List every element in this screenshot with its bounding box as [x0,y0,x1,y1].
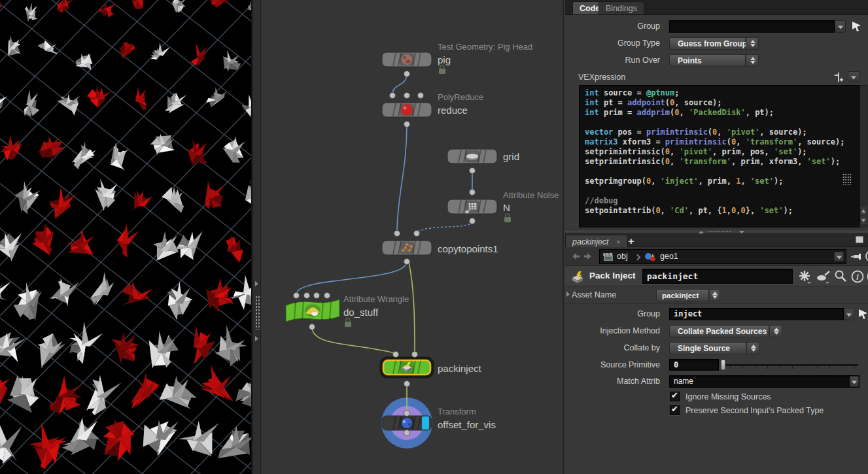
asset-name-select[interactable]: packinject [656,289,709,301]
node-connector[interactable] [314,293,320,299]
pi-group-dropdown-button[interactable] [844,308,854,320]
node-connector[interactable] [412,352,418,358]
tab-bindings[interactable]: Bindings [599,1,644,14]
search-icon[interactable] [833,269,848,284]
pin-icon[interactable] [851,250,864,263]
injection-method-select[interactable]: Collate Packed Sources [669,325,769,337]
collapse-arrow-icon[interactable] [566,292,570,297]
node-name[interactable]: offset_for_vis [438,419,496,430]
node-name[interactable]: packinject [438,363,482,374]
node-connector[interactable] [304,293,310,299]
match-attrib-dropdown-button[interactable] [850,376,859,387]
node-name[interactable]: N [503,202,510,213]
group-input[interactable] [669,20,835,33]
node-connector[interactable] [390,93,396,99]
node-name[interactable]: pig [438,54,451,65]
injection-method-label: Injection Method [565,325,660,337]
run-over-select[interactable]: Points [669,54,746,67]
splitter-grip[interactable] [255,296,260,330]
source-primitive-input[interactable]: 0 [669,359,719,371]
node-connector[interactable] [470,190,476,195]
node-connector[interactable] [294,293,300,299]
run-over-stepper[interactable] [746,54,759,67]
injection-method-row: Injection Method Collate Packed Sources [565,325,868,338]
lock-icon [504,214,511,222]
back-icon[interactable] [569,250,581,262]
editor-resize-grip[interactable] [842,173,852,185]
asset-name-stepper[interactable] [709,289,720,301]
node-wire [296,262,407,294]
ladle-icon[interactable] [816,269,830,284]
geo-icon [644,252,656,262]
editor-scrollbar[interactable] [859,85,867,228]
node-connector[interactable] [404,430,410,436]
add-tab-icon[interactable]: + [625,235,637,247]
node-name[interactable]: reduce [438,105,468,116]
vexpression-editor[interactable]: int source = @ptnum;int pt = addpoint(0,… [579,85,859,228]
group-type-select[interactable]: Guess from Group [669,37,746,50]
scene-viewport[interactable] [0,0,251,474]
node-do-stuff[interactable] [286,299,339,322]
splitter-arrow-icon[interactable] [255,336,258,341]
node-name[interactable]: copytopoints1 [438,243,498,254]
select-arrow-icon[interactable] [852,21,862,32]
node-connector[interactable] [393,352,399,358]
node-connector[interactable] [404,411,410,416]
sliders-toggle-icon[interactable] [833,71,845,83]
collate-by-select[interactable]: Single Source [669,342,746,354]
code-line [585,118,859,127]
node-connector[interactable] [324,293,330,299]
asset-name-label: Asset Name [572,289,616,301]
group-row: Group [565,20,868,33]
network-editor[interactable]: Test Geometry: Pig HeadpigPolyReduceredu… [261,0,563,474]
node-connector[interactable] [404,93,410,99]
scroll-up-icon[interactable] [861,207,867,215]
vertical-splitter[interactable] [251,0,261,474]
network-path-bar[interactable]: obj geo1 [599,249,846,264]
code-line: setprimgroup(0, 'inject', prim, 1, 'set'… [585,177,859,186]
match-attrib-label: Match Attrib [565,375,660,388]
select-arrow-icon[interactable] [858,309,868,320]
collate-by-row: Collate by Single Source [565,342,868,355]
tab-packinject[interactable]: packinject × [565,235,628,248]
node-connector[interactable] [404,71,410,77]
node-name[interactable]: do_stuff [343,307,379,318]
collate-by-stepper[interactable] [746,342,759,354]
breadcrumb-geo1[interactable]: geo1 [660,252,678,261]
group-type-stepper[interactable] [746,37,759,50]
source-primitive-slider-track[interactable] [723,364,858,366]
source-primitive-slider-handle[interactable] [721,360,725,370]
node-connector[interactable] [470,168,476,174]
node-wire [312,327,394,353]
radial-menu-icon[interactable] [865,250,868,263]
gear-icon[interactable] [797,269,812,284]
injection-method-stepper[interactable] [769,325,782,337]
group-dropdown-button[interactable] [835,20,846,33]
match-attrib-input[interactable]: name [669,375,859,388]
node-connector[interactable] [309,324,315,330]
node-connector[interactable] [404,122,410,127]
node-name[interactable]: grid [503,151,519,162]
pack-inject-node-icon [570,269,585,284]
close-tab-icon[interactable]: × [616,238,620,246]
scroll-down-icon[interactable] [861,216,867,224]
ignore-missing-checkbox[interactable]: ✔ [670,392,680,401]
node-connector[interactable] [418,93,424,99]
info-icon[interactable]: i [850,269,865,284]
node-connector[interactable] [394,231,400,237]
node-connector[interactable] [470,218,476,224]
breadcrumb-obj[interactable]: obj [617,252,628,261]
splitter-arrow-icon[interactable] [255,281,258,286]
run-over-label: Run Over [565,54,660,67]
pi-group-input[interactable]: inject [669,308,844,320]
node-connector[interactable] [404,381,410,387]
node-connector[interactable] [404,259,410,265]
preserve-packed-checkbox[interactable]: ✔ [670,405,680,415]
node-connector[interactable] [414,231,420,237]
path-dropdown-button[interactable] [834,252,844,262]
forward-icon[interactable] [583,250,595,262]
svg-text:i: i [856,273,859,282]
vexpression-menu-button[interactable] [848,71,859,82]
node-name-input[interactable]: packinject [642,269,793,284]
pane-maximize-icon[interactable] [856,236,863,243]
